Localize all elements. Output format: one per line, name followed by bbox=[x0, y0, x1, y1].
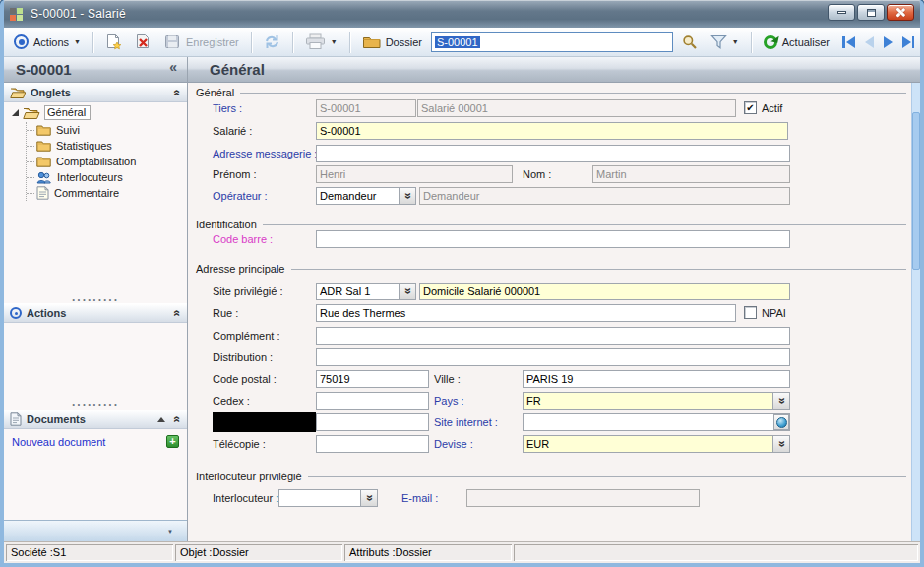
site-privilegie-desc-field[interactable] bbox=[419, 283, 790, 300]
prenom-label: Prénom : bbox=[213, 168, 257, 180]
tree-item-comptabilisation-label: Comptabilisation bbox=[56, 156, 136, 167]
operateur-combo-button[interactable]: « bbox=[399, 188, 415, 204]
tree-expander-icon[interactable] bbox=[12, 109, 19, 116]
npai-checkbox[interactable] bbox=[744, 306, 757, 319]
scrollbar-thumb[interactable] bbox=[912, 112, 920, 270]
sidebar-record-title: S-00001 bbox=[16, 61, 72, 78]
new-record-button[interactable] bbox=[101, 32, 126, 52]
tree-item-statistiques[interactable]: Statistiques bbox=[27, 138, 187, 154]
folder-icon bbox=[36, 124, 51, 136]
documents-panel-header[interactable]: Documents « bbox=[4, 410, 187, 429]
panel-splitter[interactable]: ......... bbox=[4, 398, 187, 406]
code-postal-field[interactable] bbox=[316, 370, 429, 388]
actif-label: Actif bbox=[762, 102, 782, 114]
dossier-button[interactable]: Dossier bbox=[358, 32, 426, 51]
tree-item-suivi[interactable]: Suivi bbox=[27, 122, 187, 138]
globe-icon bbox=[776, 417, 787, 428]
tree-item-statistiques-label: Statistiques bbox=[56, 140, 112, 152]
nom-field[interactable] bbox=[592, 165, 790, 183]
tree-item-comptabilisation[interactable]: Comptabilisation bbox=[27, 154, 187, 169]
documents-panel-title: Documents bbox=[27, 413, 86, 425]
close-button[interactable] bbox=[887, 4, 914, 21]
operateur-desc-field[interactable] bbox=[419, 187, 790, 205]
actualiser-icon bbox=[764, 35, 777, 49]
actions-panel-header[interactable]: Actions « bbox=[4, 303, 187, 323]
search-button[interactable] bbox=[678, 32, 702, 52]
interlocuteur-combo[interactable]: « bbox=[278, 489, 378, 507]
site-privilegie-combo[interactable]: ADR Sal 1 « bbox=[316, 283, 416, 300]
status-attributs: Attributs :Dossier bbox=[344, 544, 512, 561]
site-privilegie-combo-button[interactable]: « bbox=[399, 284, 415, 299]
first-record-button[interactable] bbox=[842, 36, 855, 48]
pays-combo[interactable]: FR « bbox=[523, 392, 790, 410]
actions-menu-button[interactable]: Actions ▼ bbox=[10, 32, 85, 51]
next-record-button[interactable] bbox=[884, 36, 893, 48]
panel-splitter[interactable]: ......... bbox=[4, 293, 187, 301]
ville-field[interactable] bbox=[523, 370, 790, 388]
email-field[interactable] bbox=[466, 489, 700, 507]
vertical-scrollbar[interactable] bbox=[911, 83, 920, 541]
site-internet-field[interactable] bbox=[523, 413, 790, 431]
tiers-name-field[interactable] bbox=[417, 99, 736, 117]
status-societe: Société :S1 bbox=[6, 544, 173, 561]
actions-collapse-icon[interactable]: « bbox=[171, 310, 185, 317]
application-window: S-00001 - Salarié Actions ▼ bbox=[0, 0, 924, 567]
actualiser-button[interactable]: Actualiser bbox=[760, 33, 833, 51]
tree-item-interlocuteurs[interactable]: Interlocuteurs bbox=[27, 169, 187, 185]
tree-item-general-label[interactable]: Général bbox=[44, 105, 91, 120]
nouveau-document-link[interactable]: Nouveau document bbox=[12, 436, 105, 448]
tree-item-general[interactable]: Général bbox=[4, 102, 187, 122]
actions-panel-title: Actions bbox=[27, 307, 66, 319]
print-button[interactable]: ▼ bbox=[301, 32, 341, 52]
title-bar[interactable]: S-00001 - Salarié bbox=[0, 0, 924, 28]
maximize-button[interactable] bbox=[857, 4, 885, 21]
refresh-button[interactable] bbox=[260, 32, 284, 51]
delete-record-button[interactable] bbox=[131, 32, 155, 52]
tree-item-commentaire[interactable]: Commentaire bbox=[27, 185, 187, 201]
sidebar-bottom-bar[interactable]: ▼ bbox=[4, 520, 187, 541]
devise-combo-button[interactable]: « bbox=[772, 436, 789, 452]
adresse-messagerie-field[interactable] bbox=[316, 145, 790, 162]
add-document-button[interactable] bbox=[166, 435, 179, 448]
actions-target-icon bbox=[14, 34, 29, 49]
pays-combo-button[interactable]: « bbox=[772, 393, 789, 409]
onglets-panel-header[interactable]: Onglets « bbox=[4, 83, 187, 102]
onglets-collapse-icon[interactable]: « bbox=[171, 90, 185, 96]
save-button[interactable]: Enregistrer bbox=[160, 32, 243, 52]
tiers-code-field[interactable] bbox=[316, 99, 416, 117]
folder-open-icon bbox=[10, 87, 26, 98]
devise-combo[interactable]: EUR « bbox=[523, 435, 790, 453]
documents-scroll-up-icon[interactable] bbox=[157, 417, 165, 422]
folder-icon bbox=[36, 140, 51, 152]
site-privilegie-combo-value: ADR Sal 1 bbox=[317, 285, 399, 297]
salarie-field[interactable] bbox=[316, 122, 788, 140]
search-input[interactable]: S-00001 bbox=[431, 32, 673, 52]
previous-record-button[interactable] bbox=[865, 36, 874, 48]
operateur-combo[interactable]: Demandeur « bbox=[316, 187, 416, 205]
status-objet: Objet :Dossier bbox=[175, 544, 342, 561]
prenom-field[interactable] bbox=[316, 165, 513, 183]
actif-checkbox[interactable]: ✔ bbox=[744, 101, 757, 114]
minimize-button[interactable] bbox=[828, 4, 855, 21]
complement-field[interactable] bbox=[316, 327, 790, 345]
folder-open-icon bbox=[23, 106, 40, 119]
cedex-label: Cedex : bbox=[213, 395, 250, 407]
telecopie-field[interactable] bbox=[316, 435, 429, 453]
telephone-field[interactable] bbox=[316, 413, 429, 431]
maximize-icon bbox=[867, 9, 876, 17]
site-internet-go-button[interactable] bbox=[773, 414, 789, 430]
sidebar-collapse-icon[interactable]: « bbox=[169, 59, 177, 75]
filter-button[interactable]: ▼ bbox=[707, 32, 743, 51]
last-record-button[interactable] bbox=[902, 36, 915, 48]
documents-collapse-icon[interactable]: « bbox=[171, 416, 185, 423]
note-icon bbox=[36, 186, 49, 200]
close-icon bbox=[895, 7, 906, 18]
rue-field[interactable] bbox=[316, 304, 736, 322]
distribution-field[interactable] bbox=[316, 348, 790, 366]
cedex-field[interactable] bbox=[316, 392, 429, 410]
section-adresse-legend: Adresse principale bbox=[196, 263, 906, 275]
toolbar-separator bbox=[349, 32, 350, 53]
code-barre-field[interactable] bbox=[316, 230, 790, 248]
interlocuteur-combo-button[interactable]: « bbox=[360, 490, 377, 506]
section-general-legend: Général bbox=[196, 87, 906, 98]
